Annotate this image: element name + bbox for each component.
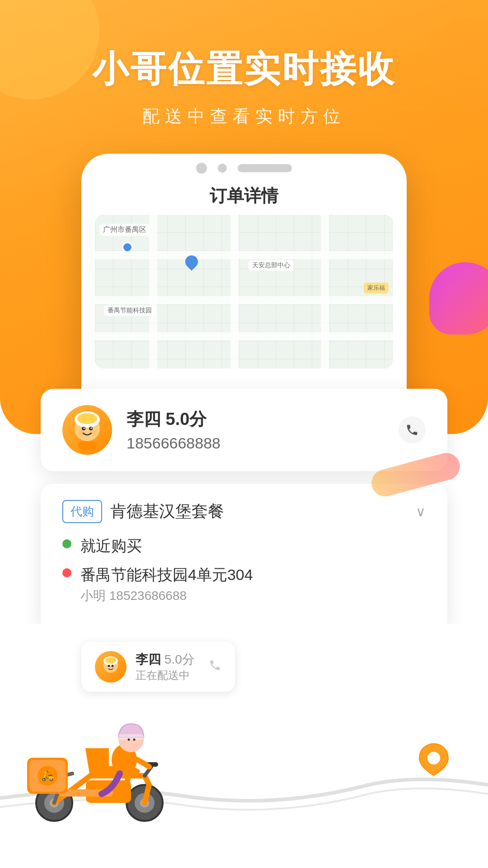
pickup-dot <box>62 539 71 548</box>
bottom-delivery-card: 李四 5.0分 正在配送中 <box>81 642 235 692</box>
scooter-illustration: 🛵 <box>18 694 190 832</box>
hero-subtitle: 配送中查看实时方位 <box>0 105 488 128</box>
hero-section: 小哥位置实时接收 配送中查看实时方位 <box>0 45 488 128</box>
bottom-scene: 李四 5.0分 正在配送中 <box>0 624 488 868</box>
phone-speaker <box>238 164 292 172</box>
phone-camera <box>196 163 207 174</box>
map-road <box>321 215 329 368</box>
svg-point-6 <box>91 428 92 429</box>
phone-map: 广州市番禺区 天安总部中心 番禺节能科技园 家乐福 <box>95 215 393 368</box>
map-road <box>95 251 393 259</box>
order-detail-card: 代购 肯德基汉堡套餐 ∨ 就近购买 番禺节能科技园4单元304 小明 18523… <box>41 484 447 632</box>
svg-point-34 <box>133 739 136 741</box>
bottom-name: 李四 5.0分 <box>136 651 195 668</box>
order-pickup-row: 就近购买 <box>62 536 426 557</box>
map-label: 天安总部中心 <box>249 260 294 271</box>
avatar-illustration <box>67 410 108 450</box>
svg-point-13 <box>108 665 110 667</box>
phone-icon-bottom <box>209 659 221 672</box>
svg-point-2 <box>77 413 97 424</box>
delivery-rating: 5.0分 <box>166 410 207 429</box>
location-pin-icon <box>416 741 452 778</box>
phone-order-title: 订单详情 <box>95 180 393 215</box>
phone-dot <box>218 164 227 173</box>
delivery-contact: 小明 18523686688 <box>80 587 253 604</box>
pickup-label: 就近购买 <box>80 536 142 557</box>
bottom-avatar-icon <box>99 656 122 678</box>
map-label: 番禺节能科技园 <box>104 305 155 316</box>
bottom-status: 正在配送中 <box>136 668 195 683</box>
chevron-down-icon[interactable]: ∨ <box>416 504 426 519</box>
phone-mockup: 订单详情 广州市番禺区 天安总部中心 番禺节能科技园 家乐福 <box>81 154 407 416</box>
svg-point-33 <box>128 739 130 741</box>
bottom-phone-icon[interactable] <box>209 659 221 675</box>
svg-point-35 <box>427 752 440 764</box>
delivery-name: 李四 <box>127 410 161 429</box>
location-pin-svg <box>416 741 452 778</box>
svg-point-8 <box>91 430 96 434</box>
order-header: 代购 肯德基汉堡套餐 ∨ <box>62 500 426 523</box>
map-road <box>95 296 393 304</box>
svg-text:🛵: 🛵 <box>42 769 54 782</box>
delivery-info: 李四 5.0分 18566668888 <box>127 408 399 452</box>
phone-screen: 订单详情 广州市番禺区 天安总部中心 番禺节能科技园 家乐福 <box>81 180 407 368</box>
map-road <box>230 215 239 368</box>
call-button[interactable] <box>399 416 426 443</box>
map-road <box>149 215 157 368</box>
delivery-person-card: 李四 5.0分 18566668888 <box>41 389 447 471</box>
delivery-avatar <box>62 405 112 455</box>
delivery-phone: 18566668888 <box>127 434 399 452</box>
scooter-svg: 🛵 <box>18 694 190 830</box>
map-label-highlight: 家乐福 <box>364 283 389 293</box>
delivery-address-block: 番禺节能科技园4单元304 小明 18523686688 <box>80 565 253 604</box>
delivery-dot <box>62 568 71 577</box>
svg-point-7 <box>79 430 83 434</box>
delivery-name-rating: 李四 5.0分 <box>127 408 399 431</box>
svg-rect-32 <box>118 734 144 740</box>
svg-rect-9 <box>78 441 96 450</box>
order-type-badge: 代购 <box>62 500 102 523</box>
svg-point-5 <box>84 428 85 429</box>
map-label: 广州市番禺区 <box>99 224 150 236</box>
map-road <box>95 332 393 340</box>
phone-notch <box>81 154 407 180</box>
order-name: 肯德基汉堡套餐 <box>110 500 416 523</box>
bottom-delivery-info: 李四 5.0分 正在配送中 <box>136 651 195 683</box>
bottom-avatar <box>95 651 127 683</box>
svg-point-12 <box>105 657 116 664</box>
phone-icon <box>405 423 419 437</box>
map-marker <box>122 242 133 253</box>
map-background <box>95 215 393 368</box>
order-delivery-row: 番禺节能科技园4单元304 小明 18523686688 <box>62 565 426 604</box>
hero-title: 小哥位置实时接收 <box>0 45 488 94</box>
svg-point-14 <box>112 665 114 667</box>
